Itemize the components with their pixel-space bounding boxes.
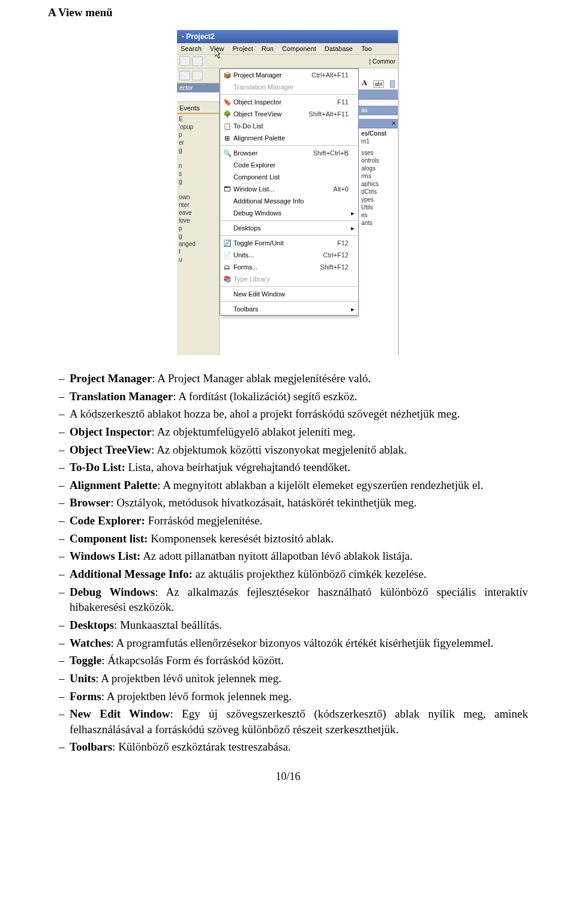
toolbar-icon[interactable] [179,71,190,80]
definition-term: Object Inspector [70,425,152,438]
menu-item-code-explorer[interactable]: Code Explorer [220,159,358,171]
toolbar-icon[interactable] [179,56,190,66]
menu-item-shortcut: Ctrl+Alt+F11 [308,71,349,79]
menu-item-new-edit-window[interactable]: New Edit Window [220,288,358,300]
uses-list-item[interactable]: alogs [359,164,398,172]
definition-text: : Az objektumfelügyelő ablakot jeleníti … [152,425,356,438]
definition-term: Project Manager [70,372,152,385]
menu-item-forms[interactable]: 🗂Forms...Shift+F12 [220,261,358,273]
uses-list-item[interactable]: Utils [359,203,398,211]
events-list-item[interactable]: eave [177,209,219,217]
toolbar-tab-label[interactable]: | Commor [369,58,395,65]
events-list-item[interactable]: s [177,170,219,178]
menu-item-additional-message-info[interactable]: Additional Message Info [220,195,358,207]
events-list-item[interactable] [177,185,219,193]
events-list-item[interactable]: g [177,146,219,154]
tree-item[interactable]: m1 [359,137,398,145]
events-list-item[interactable] [177,154,219,162]
menu-item-label: Toggle Form/Unit [233,239,334,247]
toolbar-icon[interactable] [192,71,203,80]
menu-item-icon: 📦 [221,71,233,79]
definition-text: : Osztályok, metódusok hivatkozásait, ha… [110,496,416,509]
menu-item-units[interactable]: 📄Units...Ctrl+F12 [220,249,358,261]
definition-item: Watches: A programfutás ellenőrzésekor b… [59,635,528,651]
menu-item-toggle-form-unit[interactable]: 🔄Toggle Form/UnitF12 [220,237,358,249]
menu-item-label: Browser [233,149,310,157]
definition-item: Translation Manager: A fordítást (lokali… [59,389,528,404]
menu-view[interactable]: View [210,45,224,52]
uses-list-item[interactable]: sses [359,149,398,157]
definition-text: : Átkapcsolás Form és forráskód között. [101,654,284,667]
component-icon[interactable]: abI [373,80,385,88]
panel-header[interactable]: ✕ [359,119,398,128]
menu-item-label: Units... [233,251,320,259]
definition-text: : A fordítást (lokalizációt) segítő eszk… [173,390,357,403]
menu-item-project-manager[interactable]: 📦Project ManagerCtrl+Alt+F11 [220,69,358,81]
main-toolbar[interactable]: | Commor [177,55,398,68]
view-menu-popup[interactable]: 📦Project ManagerCtrl+Alt+F11Translation … [220,68,359,316]
menu-item-object-inspector[interactable]: 🔖Object InspectorF11 [220,96,358,108]
menu-item-icon: 🗔 [221,185,233,193]
menu-item-shortcut: Shift+Ctrl+B [310,149,349,157]
events-list-item[interactable]: love [177,217,219,224]
menu-bar[interactable]: Search View Project Run Component Databa… [177,43,398,55]
definition-item: Code Explorer: Forráskód megjelenítése. [59,513,528,529]
definition-text: : A Project Manager ablak megjelenítésér… [152,372,371,385]
component-icon[interactable]: A [362,79,367,88]
uses-list-item[interactable]: ontrols [359,157,398,164]
delphi-ide-screenshot: - Project2 Search View Project Run Compo… [177,30,399,355]
menu-item-icon: 🗂 [221,263,233,271]
events-list-item[interactable]: E [177,115,219,123]
definition-text: Komponensek keresését biztosító ablak. [148,532,334,545]
menu-item-desktops[interactable]: Desktops▸ [220,222,358,234]
events-list-item[interactable]: anged [177,240,219,248]
events-list-item[interactable]: g [177,178,219,185]
events-list-item[interactable]: nter [177,201,219,209]
menu-run[interactable]: Run [262,45,274,52]
menu-item-label: Type Library [233,275,345,283]
menu-item-to-do-list[interactable]: 📋To-Do List [220,120,358,132]
menu-item-component-list[interactable]: Component List [220,171,358,183]
menu-component[interactable]: Component [282,45,316,52]
menu-item-debug-windows[interactable]: Debug Windows▸ [220,207,358,219]
menu-project[interactable]: Project [233,45,253,52]
uses-list-item[interactable]: ants [359,219,398,227]
cursor-icon [215,49,223,59]
definition-term: Debug Windows [70,586,155,598]
object-inspector-tab[interactable]: ector [177,83,219,92]
menu-item-browser[interactable]: 🔍BrowserShift+Ctrl+B [220,147,358,159]
right-dock: A abI as ✕ es/Const m1 ssesontrolsalogsr… [359,68,398,355]
events-tab[interactable]: Events [177,102,219,114]
menu-item-window-list[interactable]: 🗔Window List...Alt+0 [220,183,358,195]
events-list-item[interactable]: n [177,162,219,170]
events-list-item[interactable]: I [177,248,219,256]
uses-list-item[interactable]: rms [359,172,398,180]
menu-tools[interactable]: Too [361,45,372,52]
events-list-item[interactable]: u [177,256,219,263]
toolbar-icon[interactable] [192,56,203,66]
definition-item: Object TreeView: Az objektumok közötti v… [59,442,528,458]
uses-list-item[interactable]: dCtrls [359,188,398,196]
menu-item-alignment-palette[interactable]: ⊞Alignment Palette [220,132,358,144]
menu-item-object-treeview[interactable]: 🌳Object TreeViewShift+Alt+F11 [220,108,358,120]
uses-list-item[interactable]: aphics [359,180,398,188]
menu-item-toolbars[interactable]: Toolbars▸ [220,303,358,315]
events-list-item[interactable]: own [177,193,219,201]
definition-term: Component list: [70,532,148,545]
events-list-item[interactable]: p [177,131,219,139]
close-icon[interactable]: ✕ [391,120,396,127]
uses-list-item[interactable]: ypes [359,196,398,203]
menu-database[interactable]: Database [325,45,353,52]
definition-item: Toggle: Átkapcsolás Form és forráskód kö… [59,653,528,668]
component-icon[interactable] [390,80,395,88]
menu-item-label: To-Do List [233,122,345,130]
panel-header[interactable]: as [359,106,398,115]
events-list-item[interactable]: 'opup [177,123,219,131]
tree-group[interactable]: es/Const [359,130,398,137]
left-dock: ector Events E'opupperg nsg ownntereavel… [177,68,220,355]
menu-search[interactable]: Search [181,45,202,52]
events-list-item[interactable]: er [177,139,219,146]
events-list-item[interactable]: p [177,224,219,232]
events-list-item[interactable]: g [177,232,219,240]
uses-list-item[interactable]: es [359,211,398,219]
